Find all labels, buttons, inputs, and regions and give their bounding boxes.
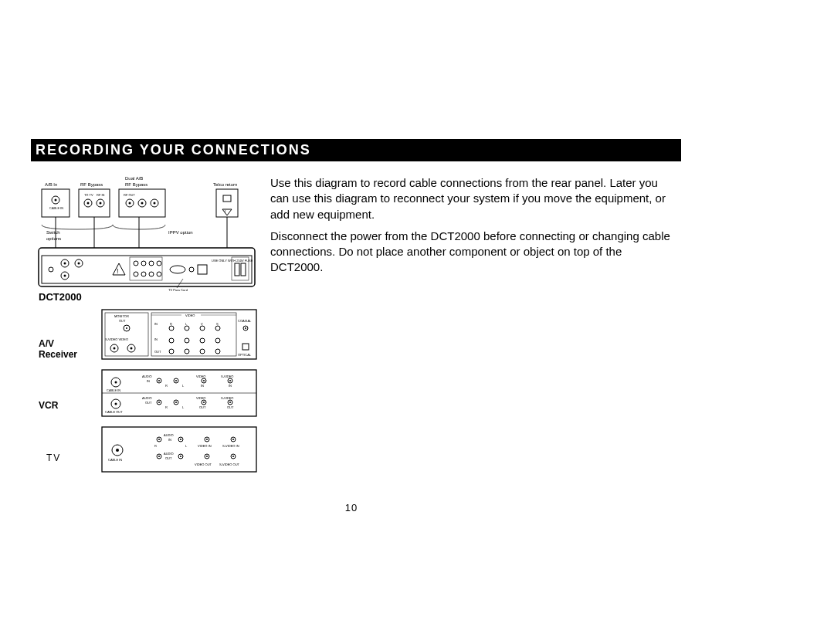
avr-r: R <box>170 322 172 326</box>
svg-point-91 <box>203 380 205 381</box>
vcr-aout-b: OUT <box>145 401 152 405</box>
svg-point-16 <box>154 202 156 205</box>
tv-pass-card: TV Pass Card <box>168 288 188 292</box>
svg-point-112 <box>232 439 234 440</box>
ab-in-label: A/B In <box>45 182 57 187</box>
vcr-vidout-b: OUT <box>199 405 206 409</box>
svg-point-83 <box>158 380 160 381</box>
option-dual-ab: Dual A/B RF Bypass RF OUT <box>119 176 165 248</box>
svg-point-61 <box>169 326 174 330</box>
tv-ain-b: IN <box>168 438 171 442</box>
paragraph-2: Disconnect the power from the DCT2000 be… <box>270 229 672 276</box>
switch-options-bot: options <box>46 236 61 241</box>
svg-rect-18 <box>216 189 238 217</box>
svg-point-55 <box>114 347 116 350</box>
svg-point-69 <box>169 349 174 354</box>
option-rf-bypass: RF Bypass TO TV RF IN <box>79 182 110 248</box>
svg-point-72 <box>215 349 220 354</box>
tv-ain-t: AUDIO <box>164 433 174 437</box>
svg-point-63 <box>200 326 205 330</box>
tv-r: R <box>154 444 157 448</box>
dct2000-label: DCT2000 <box>39 291 82 303</box>
avr-label-bot: Receiver <box>39 349 77 360</box>
svg-point-81 <box>115 403 117 405</box>
svg-rect-4 <box>79 189 110 217</box>
video-hdr: VIDEO <box>185 314 195 317</box>
svg-rect-34 <box>130 257 162 280</box>
vcr-svout-t: S-VIDEO <box>221 396 233 400</box>
svg-point-44 <box>189 267 194 272</box>
svg-point-53 <box>126 327 127 329</box>
vcr-ain-b: IN <box>147 379 150 383</box>
tv-svin: S-VIDEO IN <box>222 444 239 448</box>
dual-ab-top: Dual A/B <box>125 176 143 181</box>
diagram-column: A/B In CABLE IN RF Bypass TO TV <box>31 171 263 503</box>
tv-unit: CABLE IN AUDIO IN AUDIO OUT R L <box>102 427 256 472</box>
tv-aout-t: AUDIO <box>164 452 174 456</box>
svg-rect-19 <box>223 195 231 202</box>
svg-point-71 <box>200 349 205 354</box>
svg-point-41 <box>149 272 154 276</box>
ab-in-port-label: CABLE IN <box>49 206 63 210</box>
svg-point-116 <box>232 456 234 457</box>
vcr-svin-t: S-VIDEO <box>221 375 233 378</box>
tv-cablein: CABLE IN <box>108 458 122 462</box>
vcr-label: VCR <box>39 400 59 411</box>
manual-page: RECORDING YOUR CONNECTIONS A/B In CABLE … <box>31 139 672 503</box>
svg-point-8 <box>100 202 102 205</box>
svg-point-85 <box>175 380 177 381</box>
vcr-cableout: CABLE OUT <box>105 410 123 414</box>
vcr-vidin-b: IN <box>201 384 204 388</box>
vcr-svout-b: OUT <box>227 405 234 409</box>
section-title: RECORDING YOUR CONNECTIONS <box>31 139 681 161</box>
svg-point-36 <box>141 261 146 266</box>
avr-v: V <box>201 322 203 326</box>
avr-in1: IN <box>154 322 158 326</box>
avr-l: L <box>185 322 188 326</box>
svg-point-108 <box>158 456 160 457</box>
optical: OPTICAL <box>238 353 252 357</box>
svg-point-95 <box>203 402 205 403</box>
svg-point-64 <box>215 326 220 330</box>
svg-point-79 <box>115 381 117 384</box>
svg-point-67 <box>200 338 205 343</box>
svg-point-97 <box>229 402 231 403</box>
dual-ab-bot: RF Bypass <box>125 182 147 187</box>
tv-aout-b: OUT <box>165 456 172 460</box>
svg-point-104 <box>180 456 181 457</box>
vcr-r2: R <box>165 405 168 409</box>
svg-point-14 <box>141 202 144 205</box>
avr-out: OUT <box>154 350 161 354</box>
vcr-cablein: CABLE IN <box>107 388 120 392</box>
svg-rect-45 <box>198 265 207 274</box>
svg-point-114 <box>206 456 208 457</box>
svg-point-35 <box>134 261 138 266</box>
svg-point-89 <box>175 402 177 403</box>
tv-vidin: VIDEO IN <box>198 444 212 448</box>
dct2000-unit: ! TV Pass Card <box>39 248 255 292</box>
coax: COAXIAL <box>238 319 252 323</box>
svg-text:!: ! <box>225 209 226 214</box>
svg-text:!: ! <box>117 267 119 275</box>
tv-svout: S-VIDEO OUT <box>219 463 240 466</box>
svg-rect-48 <box>235 263 239 276</box>
svg-point-110 <box>206 439 208 440</box>
rf-bypass-label: RF Bypass <box>80 182 103 187</box>
vcr-vidout-t: VIDEO <box>196 396 205 400</box>
mon-out-top: MONITOR <box>114 314 129 318</box>
svg-point-66 <box>185 338 189 343</box>
rfb-to-tv: TO TV <box>84 193 93 197</box>
vcr-unit: CABLE IN CABLE OUT AUDIO IN AUDIO OUT R … <box>102 370 256 416</box>
vcr-ain-t: AUDIO <box>142 375 152 378</box>
svg-point-12 <box>129 202 131 205</box>
svg-point-39 <box>134 272 138 276</box>
paragraph-1: Use this diagram to record cable connect… <box>270 175 672 222</box>
svg-point-68 <box>215 338 220 343</box>
svg-point-6 <box>87 202 90 205</box>
svg-point-43 <box>170 266 185 273</box>
telco-label: Telco return <box>213 182 237 187</box>
svg-point-42 <box>157 272 161 276</box>
svg-rect-0 <box>42 189 70 217</box>
ippv-option: IPPV option <box>168 230 193 235</box>
svg-point-62 <box>185 326 189 330</box>
